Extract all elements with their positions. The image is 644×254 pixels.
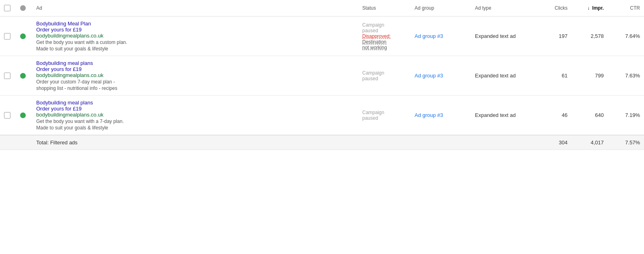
ctr-column-header: CTR [608,0,644,17]
adtype-cell: Expanded text ad [471,96,535,135]
ad-title[interactable]: Bodybuilding meal plans [36,60,354,66]
clicks-cell: 46 [535,96,572,135]
impr-header-label: Impr. [592,5,604,11]
row-checkbox-cell [0,96,16,135]
ad-url[interactable]: bodybuildingmealplans.co.uk [36,72,354,78]
ctr-cell: 7.63% [608,56,644,96]
adgroup-cell: Ad group #3 [411,56,471,96]
total-row: Total: Filtered ads 304 4,017 7.57% [0,135,644,150]
adgroup-link[interactable]: Ad group #3 [415,33,443,39]
campaign-paused-line2: paused [362,28,407,33]
adtype-cell: Expanded text ad [471,17,535,56]
clicks-column-header: Clicks [535,0,572,17]
ad-desc1: Get the body you want with a custom plan… [36,40,354,45]
total-clicks-cell: 304 [535,135,572,150]
ad-desc1: Order your custom 7-day meal plan - [36,79,354,85]
ctr-value: 7.63% [625,73,640,79]
table-row: Bodybuilding meal plans Order yours for … [0,56,644,96]
select-all-checkbox[interactable] [4,5,10,11]
total-label: Total: Filtered ads [36,139,78,146]
adgroup-column-header: Ad group [411,0,471,17]
row-status-dot-cell [16,96,32,135]
ctr-value: 7.64% [625,33,640,39]
total-check-cell [0,135,16,150]
ctr-cell: 7.64% [608,17,644,56]
total-dot-cell [16,135,32,150]
campaign-paused-line1: Campaign [362,70,407,76]
adtype-cell: Expanded text ad [471,56,535,96]
ad-url[interactable]: bodybuildingmealplans.co.uk [36,33,354,39]
ad-url[interactable]: bodybuildingmealplans.co.uk [36,112,354,118]
status-header-label: Status [362,5,376,11]
status-cell: Campaign paused Disapproved:Destinationn… [358,17,411,56]
status-icon-header [16,0,32,17]
impr-value: 640 [595,112,604,118]
total-ctr-cell: 7.57% [608,135,644,150]
row-checkbox[interactable] [4,112,10,119]
ad-cell: Bodybuilding Meal Plan Order yours for £… [32,17,358,56]
campaign-paused-line2: paused [362,76,407,81]
clicks-header-label: Clicks [555,5,568,11]
clicks-cell: 61 [535,56,572,96]
total-adgroup-cell [411,135,471,150]
destination-label: Destination [362,39,407,45]
impr-cell: 799 [572,56,608,96]
impr-cell: 2,578 [572,17,608,56]
ad-cell: Bodybuilding meal plans Order yours for … [32,56,358,96]
adtype-value: Expanded text ad [475,112,516,118]
campaign-paused-line2: paused [362,115,407,121]
ad-subtitle: Order yours for £19 [36,66,354,72]
adgroup-link[interactable]: Ad group #3 [415,112,443,118]
ad-column-header: Ad [32,0,358,17]
status-cell: Campaign paused [358,96,411,135]
total-clicks-value: 304 [559,139,568,146]
row-checkbox[interactable] [4,33,10,40]
campaign-paused-line1: Campaign [362,110,407,115]
ctr-header-label: CTR [630,5,640,11]
adtype-column-header: Ad type [471,0,535,17]
status-cell: Campaign paused [358,56,411,96]
adtype-value: Expanded text ad [475,33,516,39]
impr-column-header[interactable]: ↓ Impr. [572,0,608,17]
ad-desc1: Get the body you want with a 7-day plan. [36,119,354,124]
ad-title[interactable]: Bodybuilding meal plans [36,100,354,106]
total-impr-cell: 4,017 [572,135,608,150]
row-status-dot-cell [16,56,32,96]
row-checkbox-cell [0,17,16,56]
campaign-paused-line1: Campaign [362,22,407,28]
status-column-header: Status [358,0,411,17]
disapproved-label[interactable]: Disapproved: [362,33,407,39]
total-status-cell [358,135,411,150]
ctr-cell: 7.19% [608,96,644,135]
ad-header-label: Ad [36,5,42,11]
total-adtype-cell [471,135,535,150]
impr-cell: 640 [572,96,608,135]
table-row: Bodybuilding Meal Plan Order yours for £… [0,17,644,56]
row-checkbox[interactable] [4,73,10,79]
row-checkbox-cell [0,56,16,96]
clicks-value: 46 [562,112,568,118]
header-status-dot [20,5,26,11]
total-impr-value: 4,017 [590,139,604,146]
adgroup-cell: Ad group #3 [411,96,471,135]
ctr-value: 7.19% [625,112,640,118]
ad-subtitle: Order yours for £19 [36,27,354,33]
clicks-value: 197 [559,33,568,39]
ad-cell: Bodybuilding meal plans Order yours for … [32,96,358,135]
impr-value: 2,578 [590,33,604,39]
adgroup-cell: Ad group #3 [411,17,471,56]
ad-title[interactable]: Bodybuilding Meal Plan [36,21,354,27]
status-dot [20,112,26,118]
status-dot [20,33,26,39]
select-all-header [0,0,16,17]
not-working-label: not working [362,45,407,50]
status-dot [20,73,26,79]
table-row: Bodybuilding meal plans Order yours for … [0,96,644,135]
adgroup-link[interactable]: Ad group #3 [415,73,443,79]
clicks-cell: 197 [535,17,572,56]
impr-value: 799 [595,73,604,79]
total-label-cell: Total: Filtered ads [32,135,358,150]
clicks-value: 61 [562,73,568,79]
ad-subtitle: Order yours for £19 [36,106,354,112]
sort-arrow-icon: ↓ [587,5,590,11]
